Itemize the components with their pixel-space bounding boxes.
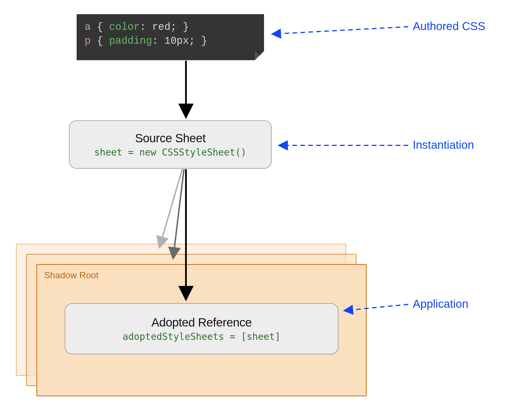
css-colon: : [152,35,158,47]
css-selector: p [85,35,91,47]
css-semi: ; [189,35,195,47]
source-sheet-box: Source Sheet sheet = new CSSStyleSheet() [69,120,272,169]
css-value: red [152,21,171,33]
css-rule-1: a { color: red; } [85,20,256,34]
css-value: 10px [164,35,189,47]
css-rule-2: p { padding: 10px; } [85,34,256,48]
css-property: color [109,21,140,33]
annotation-authored-css: Authored CSS [413,20,485,33]
source-sheet-title: Source Sheet [135,131,206,145]
page-fold-cut [255,51,264,60]
adopted-reference-code: adoptedStyleSheets = [sheet] [123,331,280,342]
adopted-reference-title: Adopted Reference [151,316,252,329]
arrow-source-to-back [160,169,182,247]
annotation-arrow-authored [273,27,408,34]
adopted-reference-box: Adopted Reference adoptedStyleSheets = [… [65,303,338,354]
css-property: padding [109,35,152,47]
css-colon: : [140,21,146,33]
css-brace: } [183,21,189,33]
css-brace: { [97,35,103,47]
css-brace: { [97,21,103,33]
shadow-root-label: Shadow Root [37,265,366,286]
source-sheet-code: sheet = new CSSStyleSheet() [94,147,246,158]
annotation-application: Application [413,298,468,310]
authored-css-codeblock: a { color: red; } p { padding: 10px; } [77,14,264,60]
css-semi: ; [171,21,177,33]
css-brace: } [201,35,208,47]
css-selector: a [85,21,91,33]
annotation-instantiation: Instantiation [413,139,474,151]
diagram-stage: a { color: red; } p { padding: 10px; } S… [0,0,532,406]
